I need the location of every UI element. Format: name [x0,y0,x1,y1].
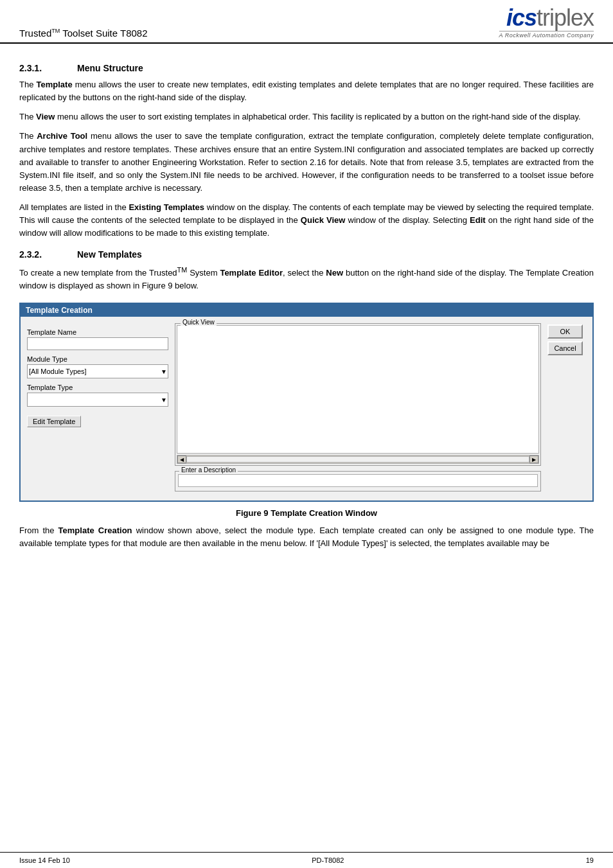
dialog-body: Template Name Module Type [All Module Ty… [21,317,592,500]
para-archive-tool: The Archive Tool menu allows the user to… [19,130,594,195]
para-template-menu: The Template menu allows the user to cre… [19,78,594,104]
bold-existing-templates: Existing Templates [129,202,204,212]
company-logo: icstriplex A Rockwell Automation Company [499,6,594,39]
bold-new: New [326,268,343,278]
template-type-select[interactable] [27,393,168,407]
template-name-input[interactable] [27,337,168,350]
para-view-menu: The View menu allows the user to sort ex… [19,111,594,123]
ok-button[interactable]: OK [547,324,583,339]
bold-template-creation: Template Creation [58,526,132,535]
module-type-select[interactable]: [All Module Types] [27,364,168,378]
logo-subtitle: A Rockwell Automation Company [499,31,594,39]
module-type-label: Module Type [27,355,168,363]
dialog-center-panel: Quick View ◀ ▶ Enter a Description [175,323,541,494]
dialog-right-panel: OK Cancel [547,323,586,494]
footer-page-number: 19 [586,856,594,864]
bold-quick-view: Quick View [301,215,346,225]
section-232-title: New Templates [77,249,142,260]
document-title: TrustedTM Toolset Suite T8082 [19,28,148,39]
para-from-template-creation: From the Template Creation window shown … [19,524,594,550]
footer-doc-id: PD-T8082 [312,856,344,864]
dialog-left-panel: Template Name Module Type [All Module Ty… [27,323,168,494]
bold-archive-tool: Archive Tool [37,131,87,141]
figure-caption: Figure 9 Template Creation Window [19,508,594,518]
bold-template: Template [37,80,73,89]
horizontal-scrollbar[interactable]: ◀ ▶ [177,455,539,464]
para-existing-templates: All templates are listed in the Existing… [19,201,594,240]
template-creation-dialog: Template Creation Template Name Module T… [19,303,594,502]
module-type-select-wrapper: [All Module Types] ▼ [27,364,168,378]
section-231-number: 2.3.1. [19,63,58,73]
bold-template-editor: Template Editor [220,268,283,278]
page-footer: Issue 14 Feb 10 PD-T8082 19 [0,852,613,868]
triplex-text: triplex [537,4,594,31]
para-new-templates: To create a new template from the Truste… [19,265,594,293]
section-232-number: 2.3.2. [19,249,58,260]
tm-superscript: TM [51,28,60,34]
quick-view-group: Quick View ◀ ▶ [175,323,541,466]
cancel-button[interactable]: Cancel [547,341,583,355]
scroll-right-button[interactable]: ▶ [529,456,538,463]
section-231-heading: 2.3.1. Menu Structure [19,63,594,73]
template-type-select-wrapper: ▼ [27,393,168,407]
page-header: TrustedTM Toolset Suite T8082 icstriplex… [0,0,613,44]
section-232-heading: 2.3.2. New Templates [19,249,594,260]
description-legend: Enter a Description [179,466,238,474]
bold-edit: Edit [470,215,486,225]
tm-sup-2: TM [177,266,188,274]
ics-logo: icstriplex [499,6,594,30]
main-content: 2.3.1. Menu Structure The Template menu … [0,44,613,563]
quick-view-textarea[interactable] [177,325,539,454]
dialog-titlebar: Template Creation [21,304,592,317]
footer-issue: Issue 14 Feb 10 [19,856,70,864]
edit-template-button[interactable]: Edit Template [27,416,81,427]
template-name-label: Template Name [27,328,168,336]
scroll-left-button[interactable]: ◀ [177,456,186,463]
description-group: Enter a Description [175,471,541,492]
quick-view-legend: Quick View [181,319,217,326]
template-type-label: Template Type [27,384,168,391]
section-231-title: Menu Structure [77,63,143,73]
description-input[interactable] [178,474,538,487]
bold-view: View [36,112,55,121]
scrollbar-track [186,456,529,463]
